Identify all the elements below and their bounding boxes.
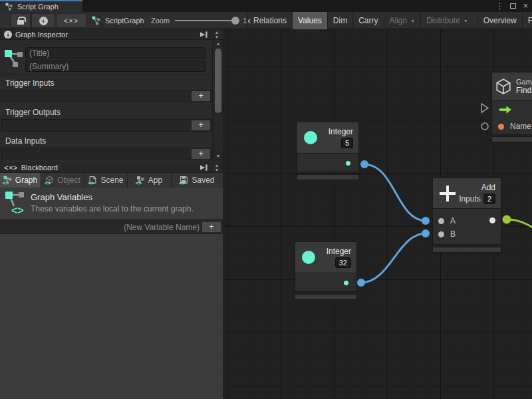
integer-value-field[interactable]: 5 bbox=[341, 138, 353, 148]
blackboard-title: Blackboard bbox=[21, 164, 58, 172]
variables-toggle-button[interactable]: <×> bbox=[56, 13, 86, 28]
zoom-slider-track[interactable] bbox=[175, 20, 233, 21]
graph-variables-title: Graph Variables bbox=[31, 192, 92, 202]
summary-field[interactable] bbox=[25, 61, 205, 72]
dim-button[interactable]: Dim bbox=[327, 12, 352, 29]
header-scroll-arrows[interactable]: ▲ ▼ bbox=[212, 30, 221, 39]
info-icon: i bbox=[39, 17, 48, 25]
tab-scene[interactable]: <> Scene bbox=[85, 173, 128, 188]
node-title: Integer bbox=[327, 247, 351, 256]
arrow-up-icon[interactable]: ▲ bbox=[212, 30, 221, 35]
node-title: Game Object bbox=[516, 78, 532, 86]
graph-breadcrumb[interactable]: ScriptGraph bbox=[92, 12, 144, 29]
node-footer bbox=[297, 174, 359, 180]
tab-saved[interactable]: <> Saved bbox=[172, 173, 223, 188]
tab-object[interactable]: <> Object bbox=[41, 173, 85, 188]
relations-button[interactable]: Relations bbox=[247, 12, 292, 29]
dock-icon[interactable] bbox=[200, 31, 208, 38]
new-variable-row: + bbox=[0, 219, 223, 234]
gameobject-cube-icon bbox=[495, 78, 512, 95]
graph-icon bbox=[92, 16, 101, 25]
trigger-port-outline-icon[interactable] bbox=[481, 104, 488, 112]
output-port[interactable] bbox=[489, 217, 495, 223]
add-trigger-input-button[interactable]: + bbox=[192, 91, 210, 101]
dock-icon[interactable] bbox=[200, 164, 208, 171]
wire-endpoint bbox=[357, 279, 365, 287]
inputs-count-field[interactable]: 2 bbox=[483, 194, 495, 204]
window-controls: ⋮ × bbox=[495, 0, 528, 12]
inspector-scrollbar[interactable]: ▲ ▼ bbox=[212, 40, 223, 162]
trigger-outputs-label: Trigger Outputs bbox=[5, 108, 61, 117]
app-tab-icon: <> bbox=[136, 176, 146, 185]
name-input-row: Name bbox=[492, 118, 532, 135]
values-button[interactable]: Values bbox=[292, 12, 327, 29]
node-integer-5[interactable]: Integer 5 bbox=[297, 122, 359, 180]
maximize-icon[interactable] bbox=[510, 3, 516, 9]
integer-type-icon bbox=[302, 251, 315, 264]
arrow-down-icon[interactable]: ▼ bbox=[212, 35, 221, 39]
info-icon: i bbox=[4, 31, 12, 39]
close-icon[interactable]: × bbox=[523, 3, 528, 9]
trigger-arrow-icon[interactable] bbox=[499, 106, 512, 114]
add-variable-button[interactable]: + bbox=[202, 222, 221, 232]
graph-name: ScriptGraph bbox=[105, 17, 144, 25]
wire-endpoint bbox=[422, 229, 430, 237]
svg-text:<>: <> bbox=[11, 205, 24, 216]
scroll-down-icon[interactable]: ▼ bbox=[213, 154, 223, 158]
graph-variables-panel: <> Graph Variables These variables are l… bbox=[0, 188, 223, 219]
wire-integer5-to-a bbox=[364, 164, 426, 221]
saved-tab-icon: <> bbox=[180, 176, 189, 185]
graph-inspector-body: Trigger Inputs + Trigger Outputs + Data … bbox=[0, 40, 223, 162]
title-field[interactable] bbox=[25, 47, 205, 59]
value-port-outline-icon[interactable] bbox=[481, 123, 488, 130]
input-port-b[interactable] bbox=[438, 231, 444, 237]
tab-app[interactable]: <> App bbox=[128, 173, 172, 188]
output-port[interactable] bbox=[346, 161, 350, 166]
name-input-port[interactable] bbox=[498, 124, 504, 130]
lock-icon bbox=[17, 20, 24, 25]
full-screen-button[interactable]: Full Screen bbox=[522, 12, 532, 29]
add-trigger-output-button[interactable]: + bbox=[192, 120, 210, 130]
node-footer bbox=[295, 294, 357, 300]
tab-graph[interactable]: <> Graph bbox=[0, 173, 41, 188]
node-gameobject-find[interactable]: Game Object Find Name bbox=[491, 72, 532, 142]
chevron-down-icon: ▼ bbox=[464, 19, 468, 23]
carry-button[interactable]: Carry bbox=[352, 12, 383, 29]
script-graph-icon bbox=[5, 3, 13, 11]
node-add[interactable]: Add Inputs 2 A B bbox=[432, 178, 501, 253]
window-menu-icon[interactable]: ⋮ bbox=[495, 1, 503, 11]
arrow-down-icon[interactable]: ▼ bbox=[212, 168, 221, 172]
arrow-up-icon[interactable]: ▲ bbox=[212, 163, 221, 168]
graph-variables-description: These variables are local to the current… bbox=[31, 204, 194, 213]
header-scroll-arrows[interactable]: ▲ ▼ bbox=[212, 163, 221, 172]
blackboard-tabs: <> Graph <> Object <> bbox=[0, 173, 223, 188]
overview-button[interactable]: Overview bbox=[477, 12, 522, 29]
scroll-up-icon[interactable]: ▲ bbox=[213, 41, 223, 46]
data-inputs-list: + bbox=[1, 148, 211, 160]
graph-canvas[interactable]: Integer 5 Integer 32 bbox=[223, 29, 532, 399]
inspect-button[interactable]: i bbox=[31, 13, 55, 28]
new-variable-input[interactable] bbox=[3, 221, 200, 233]
integer-value-field[interactable]: 32 bbox=[335, 257, 351, 268]
graph-inspector-header: i Graph Inspector ▲ ▼ bbox=[0, 29, 223, 40]
scrollbar-thumb[interactable] bbox=[215, 49, 221, 113]
wire-integer32-to-b bbox=[361, 233, 426, 283]
divider bbox=[0, 74, 211, 75]
graph-toolbar: i <×> ScriptGraph Zoom 1x Relations Valu… bbox=[0, 12, 532, 29]
chevron-down-icon: ▼ bbox=[410, 19, 415, 23]
distribute-dropdown: Distribute ▼ bbox=[420, 12, 473, 29]
lock-button[interactable] bbox=[11, 13, 31, 28]
inputs-label: Inputs bbox=[459, 194, 481, 203]
zoom-slider-knob[interactable] bbox=[231, 17, 239, 25]
graph-tab-icon: <> bbox=[3, 176, 13, 185]
output-port[interactable] bbox=[344, 281, 348, 285]
trigger-inputs-label: Trigger Inputs bbox=[5, 78, 55, 88]
wire-endpoint bbox=[422, 217, 430, 225]
tab-script-graph[interactable]: Script Graph bbox=[0, 0, 82, 12]
add-data-input-button[interactable]: + bbox=[192, 149, 210, 159]
input-port-a[interactable] bbox=[438, 218, 444, 224]
inspector-title: Graph Inspector bbox=[15, 31, 68, 39]
node-title: Add bbox=[459, 183, 495, 192]
node-integer-32[interactable]: Integer 32 bbox=[295, 241, 357, 300]
data-inputs-label: Data Inputs bbox=[5, 136, 46, 146]
